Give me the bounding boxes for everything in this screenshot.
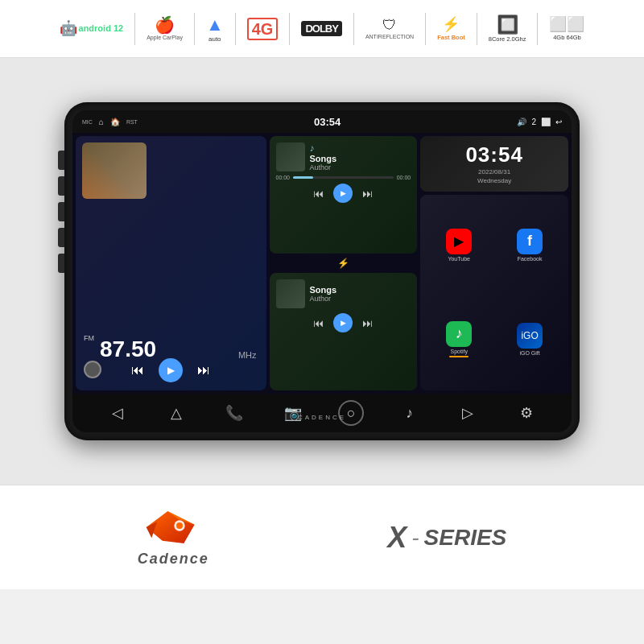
prev-btn-2[interactable]: ⏮: [313, 317, 324, 329]
music-text-2: Songs Author: [310, 285, 337, 303]
clock-widget: 03:54 2022/08/31 Wednesday: [420, 136, 568, 192]
feature-4g: 4G: [247, 18, 279, 40]
fm-label: FM: [84, 334, 94, 342]
house-icon[interactable]: 🏠: [110, 118, 120, 126]
music-info-row-2: Songs Author: [276, 279, 411, 308]
music-thumb-1: [276, 142, 305, 171]
divider6: [425, 13, 426, 45]
divider2: [194, 13, 195, 45]
bottom-branding: Cadence X - SERIES: [0, 485, 644, 589]
divider4: [289, 13, 290, 45]
next-btn-1[interactable]: ⏭: [362, 188, 373, 200]
mic-label: MIC: [82, 119, 93, 125]
status-left: MIC ⌂ 🏠 RST: [82, 118, 138, 126]
facebook-icon: f: [517, 229, 543, 254]
next-btn-2[interactable]: ⏭: [362, 317, 373, 329]
spotify-label: Spotify: [450, 349, 467, 354]
feature-carplay: 🍎 Apple CarPlay: [147, 15, 183, 41]
home-icon[interactable]: ⌂: [99, 118, 104, 126]
feature-bar: 🤖 android 12 🍎 Apple CarPlay ▲ auto 4G D…: [0, 0, 644, 58]
x-letter: X: [387, 521, 407, 555]
device-area: MIC ⌂ 🏠 RST 03:54 🔊 2 ⬜ ↩: [0, 58, 644, 485]
fm-radio-panel: FM 87.50 MHz ⏮ ▶ ⏭: [76, 136, 266, 390]
side-buttons: [58, 151, 64, 273]
vol-up-button[interactable]: [58, 228, 64, 247]
middle-panel: ♪ Songs Author 00:00 00:00: [270, 136, 418, 390]
divider3: [235, 13, 236, 45]
igo-icon: iGO: [517, 323, 543, 349]
nav-back-button[interactable]: ◁: [103, 398, 132, 427]
progress-bar-1[interactable]: [293, 176, 394, 179]
screen-content: FM 87.50 MHz ⏮ ▶ ⏭: [72, 133, 572, 394]
app-facebook[interactable]: f Facebook: [496, 200, 564, 289]
app-spotify[interactable]: ♪ Spotify: [425, 293, 493, 386]
device-brand: CADENCE: [298, 414, 346, 421]
status-bar: MIC ⌂ 🏠 RST 03:54 🔊 2 ⬜ ↩: [72, 110, 572, 133]
prev-btn-1[interactable]: ⏮: [313, 188, 324, 200]
album-art-inner: [82, 142, 147, 199]
time-end-1: 00:00: [397, 175, 411, 180]
feature-memory: ⬜⬜ 4Gb 64Gb: [549, 16, 584, 41]
feature-antireflection: 🛡 ANTIREFLECTION: [365, 17, 414, 41]
nav-camera-button[interactable]: 📷: [279, 398, 308, 427]
back-icon[interactable]: ↩: [555, 118, 562, 126]
widget-controls-2: ⏮ ▶ ⏭: [276, 313, 411, 332]
series-text: SERIES: [424, 525, 507, 551]
nav-video-button[interactable]: ▷: [453, 398, 482, 427]
power-button[interactable]: [58, 151, 64, 170]
feature-androidauto: ▲ auto: [206, 14, 224, 43]
music-title-1: Songs: [310, 154, 337, 163]
music-thumb-2: [276, 279, 305, 308]
back-button[interactable]: [58, 202, 64, 221]
device-shell: MIC ⌂ 🏠 RST 03:54 🔊 2 ⬜ ↩: [64, 102, 580, 440]
feature-dolby: DOLBY: [301, 21, 342, 37]
youtube-icon: ▶: [446, 229, 472, 254]
nav-home-circle: ○: [338, 400, 364, 426]
status-num: 2: [531, 118, 536, 126]
feature-android12: 🤖 android 12: [60, 20, 124, 38]
music-author-2: Author: [310, 295, 337, 303]
nav-settings-button[interactable]: ⚙: [512, 398, 541, 427]
music-title-2: Songs: [310, 285, 337, 295]
feature-cpu: 🔲 8Core 2.0Ghz: [489, 14, 526, 43]
dash: -: [411, 525, 419, 551]
nav-phone-button[interactable]: 📞: [220, 398, 249, 427]
nav-navigation-button[interactable]: △: [162, 398, 191, 427]
spotify-underline: [449, 356, 469, 357]
music-text-1: ♪ Songs Author: [310, 142, 337, 171]
divider5: [353, 13, 354, 45]
progress-fill-1: [293, 176, 313, 179]
youtube-label: YouTube: [448, 256, 470, 262]
nav-music-button[interactable]: ♪: [395, 398, 424, 427]
music-widget-2: Songs Author ⏮ ▶ ⏭: [270, 273, 418, 390]
app-igo[interactable]: iGO iGO Gift: [496, 293, 564, 386]
nav-bar: ◁ △ 📞 📷 ○ ♪ ▷ ⚙ CADENCE: [72, 394, 572, 432]
album-art: [82, 142, 147, 199]
spotify-icon: ♪: [446, 321, 472, 347]
fm-controls: ⏮ ▶ ⏭: [76, 358, 266, 382]
vol-down-button[interactable]: [58, 254, 64, 273]
screen: MIC ⌂ 🏠 RST 03:54 🔊 2 ⬜ ↩: [72, 110, 572, 432]
app-youtube[interactable]: ▶ YouTube: [425, 200, 493, 289]
music-widget-1: ♪ Songs Author 00:00 00:00: [270, 136, 418, 254]
next-track-button[interactable]: ⏭: [197, 363, 210, 378]
volume-icon: 🔊: [517, 118, 526, 126]
status-time: 03:54: [314, 116, 341, 128]
clock-time: 03:54: [427, 142, 562, 167]
x-series-branding: X - SERIES: [387, 521, 506, 555]
facebook-label: Facebook: [518, 256, 543, 262]
rst-label: RST: [126, 119, 138, 125]
play-button[interactable]: ▶: [159, 358, 183, 382]
igo-label: iGO Gift: [519, 350, 539, 356]
prev-track-button[interactable]: ⏮: [131, 363, 144, 378]
cadence-bird-logo: [141, 507, 205, 547]
play-btn-2[interactable]: ▶: [333, 313, 353, 332]
nav-home-button[interactable]: ○: [336, 398, 365, 427]
feature-fastboot: ⚡ Fast Boot: [437, 16, 465, 41]
music-info-row-1: ♪ Songs Author: [276, 142, 411, 171]
play-btn-1[interactable]: ▶: [333, 184, 353, 203]
apps-grid: ▶ YouTube f Facebook ♪ Spotify: [420, 195, 568, 390]
right-panel: 03:54 2022/08/31 Wednesday ▶ YouTube: [420, 136, 568, 390]
progress-bar-wrap-1: 00:00 00:00: [276, 175, 411, 180]
home-button[interactable]: [58, 176, 64, 196]
